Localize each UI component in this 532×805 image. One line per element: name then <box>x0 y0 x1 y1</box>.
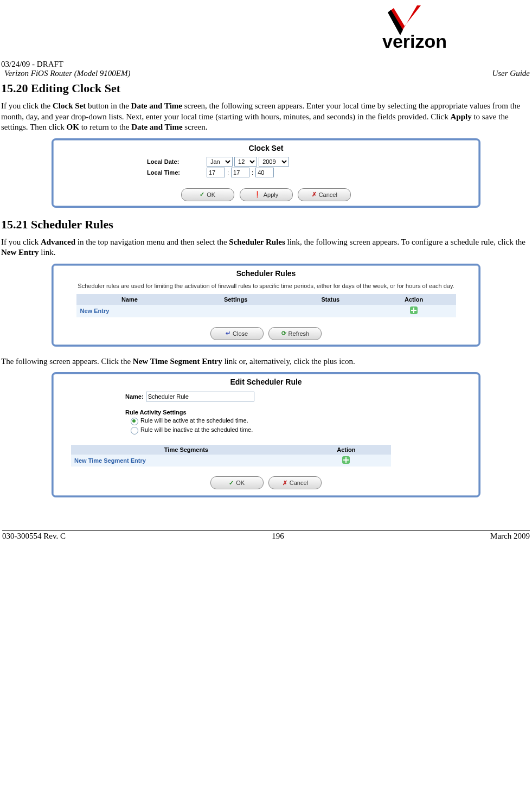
name-label: Name: <box>125 393 144 400</box>
new-segment-link[interactable]: New Time Segment Entry <box>71 455 302 467</box>
section1-paragraph: If you click the Clock Set button in the… <box>1 101 530 133</box>
refresh-button[interactable]: ⟳Refresh <box>268 327 322 340</box>
table-header-row: Name Settings Status Action <box>76 294 456 304</box>
logo-text: verizon <box>382 31 447 52</box>
check-icon: ✓ <box>229 480 234 487</box>
table-row: New Time Segment Entry <box>71 455 391 467</box>
local-date-label: Local Date: <box>147 158 207 165</box>
page-footer: 030-300554 Rev. C 196 March 2009 <box>2 530 530 542</box>
month-select[interactable]: Jan <box>207 157 233 167</box>
doc-type: User Guide <box>492 69 530 78</box>
x-icon: ✗ <box>283 480 287 487</box>
apply-button[interactable]: ❗Apply <box>240 188 293 201</box>
mid-paragraph: The following screen appears. Click the … <box>1 356 530 367</box>
radio-selected-icon <box>131 418 138 425</box>
col-status: Status <box>289 294 372 304</box>
section2-paragraph: If you click Advanced in the top navigat… <box>1 237 530 258</box>
cancel-button[interactable]: ✗Cancel <box>298 188 351 201</box>
col-segments: Time Segments <box>71 445 302 455</box>
footer-right: March 2009 <box>490 532 530 541</box>
radio-active-row[interactable]: Rule will be active at the scheduled tim… <box>125 417 375 426</box>
radio-active-label: Rule will be active at the scheduled tim… <box>140 417 248 424</box>
refresh-icon: ⟳ <box>281 330 286 337</box>
radio-unselected-icon <box>131 427 138 435</box>
year-select[interactable]: 2009 <box>259 157 289 167</box>
new-entry-link[interactable]: New Entry <box>76 304 183 317</box>
clock-set-title: Clock Set <box>55 142 477 157</box>
table-row: New Entry <box>76 304 456 317</box>
section-heading-1: 15.20 Editing Clock Set <box>1 81 532 95</box>
scheduler-rules-panel: Scheduler Rules Scheduler rules are used… <box>52 264 480 347</box>
scheduler-table: Name Settings Status Action New Entry <box>76 294 456 317</box>
col-action: Action <box>372 294 456 304</box>
ok-button-2[interactable]: ✓OK <box>210 476 264 489</box>
ok-button[interactable]: ✓OK <box>181 188 234 201</box>
radio-inactive-label: Rule will be inactive at the scheduled t… <box>140 426 253 433</box>
col-name: Name <box>76 294 183 304</box>
scheduler-rules-desc: Scheduler rules are used for limiting th… <box>55 282 477 294</box>
col-settings: Settings <box>183 294 289 304</box>
exclaim-icon: ❗ <box>254 191 261 198</box>
scheduler-rules-title: Scheduler Rules <box>55 267 477 282</box>
return-icon: ↵ <box>226 330 230 337</box>
minutes-input[interactable] <box>231 168 249 177</box>
x-icon: ✗ <box>312 191 317 198</box>
cancel-button-2[interactable]: ✗Cancel <box>268 476 322 489</box>
activity-heading: Rule Activity Settings <box>125 409 187 416</box>
edit-scheduler-title: Edit Scheduler Rule <box>55 375 477 391</box>
col-action2: Action <box>302 445 391 455</box>
verizon-logo: verizon <box>0 5 532 60</box>
check-icon: ✓ <box>200 191 204 198</box>
table-header-row: Time Segments Action <box>71 445 391 455</box>
model-name: Verizon FiOS Router (Model 9100EM) <box>4 69 130 78</box>
time-sep-2: : <box>249 169 255 176</box>
radio-inactive-row[interactable]: Rule will be inactive at the scheduled t… <box>125 426 375 435</box>
close-button[interactable]: ↵Close <box>210 327 264 340</box>
name-input[interactable] <box>146 392 254 401</box>
seconds-input[interactable] <box>255 168 274 177</box>
local-time-label: Local Time: <box>147 169 207 176</box>
plus-icon[interactable] <box>342 456 350 464</box>
day-select[interactable]: 12 <box>234 157 257 167</box>
edit-scheduler-panel: Edit Scheduler Rule Name: Rule Activity … <box>52 372 480 497</box>
plus-icon[interactable] <box>410 306 418 314</box>
footer-page-number: 196 <box>272 532 284 541</box>
clock-set-panel: Clock Set Local Date: Jan 12 2009 Local … <box>52 138 480 208</box>
section-heading-2: 15.21 Scheduler Rules <box>1 218 532 232</box>
hours-input[interactable] <box>207 168 225 177</box>
footer-left: 030-300554 Rev. C <box>2 532 66 541</box>
segments-table: Time Segments Action New Time Segment En… <box>71 445 391 467</box>
draft-line: 03/24/09 - DRAFT <box>0 60 532 69</box>
time-sep-1: : <box>225 169 231 176</box>
